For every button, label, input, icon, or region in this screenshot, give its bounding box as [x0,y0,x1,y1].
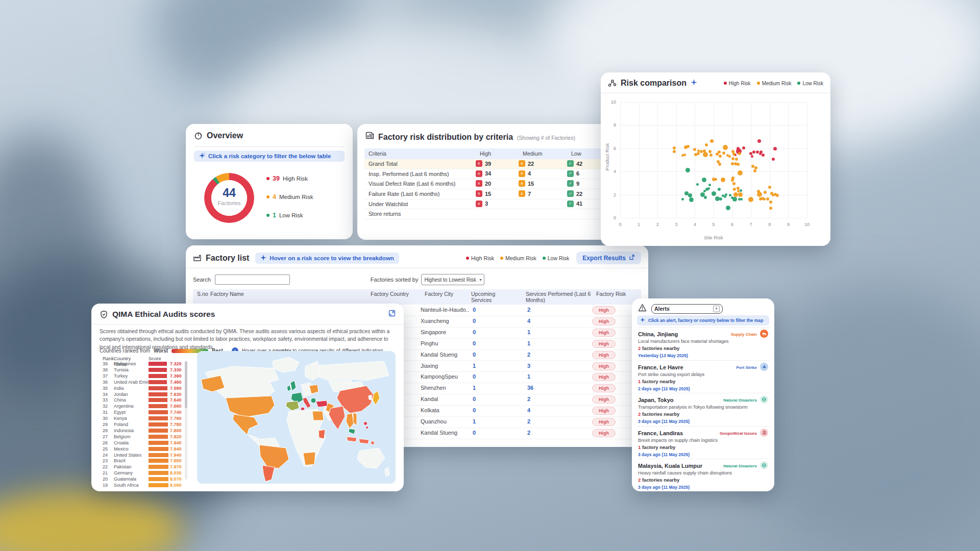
data-point[interactable] [710,139,714,143]
distribution-row[interactable]: Grand Total » 39 ∧ 22 ✓ 42 [364,159,637,169]
legend-item[interactable]: High Risk [466,255,494,261]
data-point[interactable] [705,188,708,191]
distribution-row[interactable]: Under Watchlist » 3 ✓ 41 [364,199,637,210]
overview-filter-banner[interactable]: Click a risk category to filter the belo… [194,151,345,162]
legend-item[interactable]: Medium Risk [757,81,792,86]
data-point[interactable] [733,188,736,191]
distribution-row[interactable]: Visual Defect Rate (Last 6 months) » 20 … [364,179,637,189]
legend-item[interactable]: High Risk [724,81,751,86]
data-point[interactable] [723,145,728,150]
alert-date[interactable]: 3 days ago (11 May 2025) [638,485,690,490]
data-point[interactable] [687,145,690,148]
distribution-row[interactable]: Insp. Performed (Last 6 months) » 34 ∧ 4… [364,169,637,180]
data-point[interactable] [773,147,777,151]
data-point[interactable] [673,146,676,149]
risk-badge[interactable]: High [592,429,616,437]
data-point[interactable] [718,188,721,191]
data-point[interactable] [740,189,742,192]
column-header[interactable]: Factory Name [210,291,277,297]
data-point[interactable] [737,147,740,150]
risk-badge[interactable]: High [592,329,616,337]
scrollbar[interactable] [185,361,187,480]
column-header[interactable]: Factory City [425,291,468,297]
data-point[interactable] [731,162,734,165]
data-point[interactable] [709,154,713,157]
data-point[interactable] [689,197,694,202]
data-point[interactable] [740,198,743,201]
data-point[interactable] [731,179,734,182]
risk-badge[interactable]: High [592,306,616,314]
overview-legend-item[interactable]: 39High Risk [266,175,313,182]
alert-date[interactable]: 2 days ago (12 May 2025) [638,386,690,391]
sort-dropdown[interactable]: Highest to Lowest Risk ▾ [421,274,484,285]
data-point[interactable] [732,197,737,202]
alerts-dropdown[interactable]: Alerts ▾ [651,304,723,314]
data-point[interactable] [737,163,740,166]
data-point[interactable] [763,198,766,201]
data-point[interactable] [737,187,740,190]
distribution-row[interactable]: Store returns [364,209,637,219]
risk-badge[interactable]: High [592,407,616,415]
risk-badge[interactable]: High [592,373,616,381]
data-point[interactable] [738,152,741,155]
data-point[interactable] [718,163,721,166]
data-point[interactable] [702,178,706,182]
data-point[interactable] [762,154,765,157]
data-point[interactable] [722,152,725,155]
data-point[interactable] [742,146,745,149]
data-point[interactable] [703,152,708,157]
data-point[interactable] [708,150,712,153]
column-header[interactable]: Upcoming Services [471,291,503,303]
data-point[interactable] [751,155,753,158]
data-point[interactable] [759,153,762,155]
alert-item[interactable]: France, Le Havre Port Strike Port strike… [638,360,770,393]
risk-badge[interactable]: High [592,395,616,404]
alert-date[interactable]: Yesterday (13 May 2025) [638,353,688,358]
search-input[interactable] [215,274,290,285]
data-point[interactable] [697,152,700,155]
data-point[interactable] [764,191,767,194]
data-point[interactable] [705,143,708,146]
data-point[interactable] [751,165,754,168]
risk-badge[interactable]: High [592,317,616,325]
factory-hover-banner[interactable]: Hover on a risk score to view the breakd… [255,253,399,264]
data-point[interactable] [693,148,696,151]
export-results-button[interactable]: Export Results [576,252,641,264]
data-point[interactable] [753,169,756,172]
legend-item[interactable]: Low Risk [543,255,570,261]
expand-icon[interactable] [388,310,396,319]
data-point[interactable] [772,158,775,161]
scatter-plot[interactable]: 0 1 2 3 4 5 6 7 8 9 10 0 2 4 6 8 10 [620,102,807,218]
data-point[interactable] [726,206,730,210]
data-point[interactable] [688,193,692,197]
data-point[interactable] [719,155,722,158]
column-header[interactable]: Factory Country [371,291,419,297]
data-point[interactable] [732,182,736,185]
data-point[interactable] [738,192,743,197]
data-point[interactable] [708,184,711,186]
alerts-filter-banner[interactable]: Click an alert, factory or country below… [637,315,769,325]
data-point[interactable] [718,151,721,154]
data-point[interactable] [752,151,755,154]
risk-badge[interactable]: High [592,340,616,348]
alert-date[interactable]: 3 days ago (11 May 2025) [638,419,690,424]
data-point[interactable] [681,198,684,201]
data-point[interactable] [756,151,759,154]
data-point[interactable] [721,178,725,182]
data-point[interactable] [728,155,731,158]
data-point[interactable] [735,158,738,161]
data-point[interactable] [768,186,771,189]
data-point[interactable] [725,193,727,196]
data-point[interactable] [731,157,734,160]
overview-legend-item[interactable]: 4Medium Risk [266,193,313,201]
data-point[interactable] [681,154,684,157]
column-header[interactable]: Services Performed (Last 6 Months) [526,291,602,303]
alert-item[interactable]: Japan, Tokyo Natural Disasters Transport… [638,393,770,426]
data-point[interactable] [704,196,707,199]
risk-badge[interactable]: High [592,362,616,370]
column-header[interactable]: Factory Risk [596,291,632,297]
data-point[interactable] [748,197,753,202]
data-point[interactable] [776,194,779,197]
overview-legend-item[interactable]: 1Low Risk [266,212,313,219]
data-point[interactable] [757,139,761,143]
